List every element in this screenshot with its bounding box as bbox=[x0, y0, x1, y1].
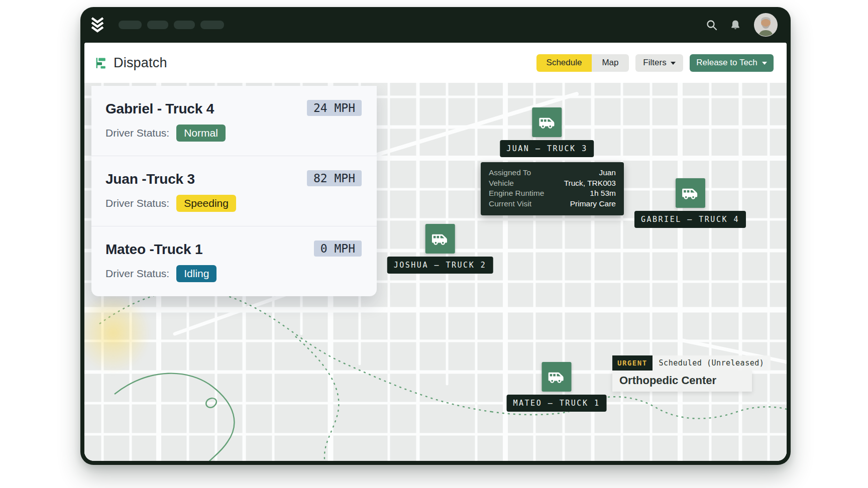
speed-badge: 0 MPH bbox=[314, 240, 362, 257]
truck-marker-juan[interactable]: JUAN – TRUCK 3 bbox=[500, 107, 594, 157]
map-canvas[interactable]: Gabriel - Truck 4 24 MPH Driver Status: … bbox=[84, 83, 787, 461]
driver-name: Gabriel - Truck 4 bbox=[105, 101, 214, 117]
driver-card-mateo[interactable]: Mateo -Truck 1 0 MPH Driver Status: Idli… bbox=[91, 226, 377, 296]
driver-name: Mateo -Truck 1 bbox=[105, 241, 202, 258]
truck-icon bbox=[676, 178, 705, 208]
user-avatar[interactable] bbox=[754, 13, 778, 37]
status-badge-speeding: Speeding bbox=[176, 195, 236, 212]
truck-icon bbox=[532, 107, 562, 137]
schedule-status-text: Scheduled (Unreleased) bbox=[653, 355, 771, 371]
status-badge-idling: Idling bbox=[176, 265, 216, 282]
nav-placeholder-item[interactable] bbox=[174, 21, 195, 29]
page-header: Dispatch Schedule Map Filters Release to… bbox=[84, 43, 787, 83]
header-actions: Schedule Map Filters Release to Tech bbox=[536, 54, 774, 72]
truck-marker-gabriel[interactable]: GABRIEL – TRUCK 4 bbox=[634, 178, 746, 228]
chevron-down-icon bbox=[762, 62, 767, 65]
window-body: Dispatch Schedule Map Filters Release to… bbox=[84, 43, 787, 461]
dispatch-gantt-icon bbox=[95, 57, 108, 69]
truck-icon bbox=[542, 362, 572, 392]
filters-button[interactable]: Filters bbox=[635, 54, 683, 72]
page-title-wrap: Dispatch bbox=[95, 55, 167, 71]
speed-badge: 82 MPH bbox=[307, 170, 362, 186]
view-toggle: Schedule Map bbox=[536, 54, 629, 72]
bell-icon[interactable] bbox=[728, 18, 742, 32]
tooltip-row: Engine Runtime 1h 53m bbox=[489, 188, 616, 199]
top-navigation-bar bbox=[80, 7, 791, 43]
tooltip-label: Assigned To bbox=[489, 168, 531, 178]
urgent-badge: URGENT bbox=[612, 355, 653, 371]
triple-chevron-icon bbox=[90, 17, 104, 33]
driver-status-label: Driver Status: bbox=[105, 268, 169, 280]
tooltip-row: Vehicle Truck, TRK003 bbox=[489, 178, 616, 189]
truck-marker-label: JUAN – TRUCK 3 bbox=[500, 140, 594, 157]
driver-name: Juan -Truck 3 bbox=[105, 171, 195, 187]
truck-marker-label: MATEO – TRUCK 1 bbox=[507, 395, 607, 412]
filters-label: Filters bbox=[643, 58, 666, 68]
driver-card-gabriel[interactable]: Gabriel - Truck 4 24 MPH Driver Status: … bbox=[91, 86, 377, 156]
truck-marker-label: GABRIEL – TRUCK 4 bbox=[634, 211, 746, 228]
tooltip-value: Juan bbox=[599, 168, 616, 178]
chevron-down-icon bbox=[671, 62, 676, 65]
status-badge-normal: Normal bbox=[176, 125, 226, 142]
topbar-right-controls bbox=[705, 13, 778, 37]
driver-status-label: Driver Status: bbox=[105, 127, 169, 139]
tooltip-row: Current Visit Primary Care bbox=[489, 199, 616, 209]
nav-placeholder-item[interactable] bbox=[119, 21, 142, 29]
tab-map[interactable]: Map bbox=[592, 54, 629, 72]
tooltip-label: Vehicle bbox=[489, 178, 514, 189]
nav-placeholder-item[interactable] bbox=[147, 21, 168, 29]
app-logo-chevrons[interactable] bbox=[90, 17, 105, 34]
tooltip-value: Truck, TRK003 bbox=[564, 178, 616, 189]
app-window: Dispatch Schedule Map Filters Release to… bbox=[80, 7, 791, 465]
vehicle-tooltip: Assigned To Juan Vehicle Truck, TRK003 E… bbox=[481, 162, 624, 215]
driver-card-juan[interactable]: Juan -Truck 3 82 MPH Driver Status: Spee… bbox=[91, 156, 377, 226]
truck-icon bbox=[425, 224, 455, 254]
nav-placeholder-item[interactable] bbox=[200, 21, 224, 29]
nav-placeholder-group bbox=[119, 21, 224, 29]
truck-marker-mateo[interactable]: MATEO – TRUCK 1 bbox=[507, 362, 607, 412]
search-icon[interactable] bbox=[705, 18, 719, 32]
truck-marker-joshua[interactable]: JOSHUA – TRUCK 2 bbox=[387, 224, 493, 274]
tooltip-label: Current Visit bbox=[489, 199, 531, 209]
tooltip-row: Assigned To Juan bbox=[489, 168, 616, 178]
tooltip-value: 1h 53m bbox=[590, 188, 616, 199]
tooltip-value: Primary Care bbox=[570, 199, 616, 209]
driver-status-panel: Gabriel - Truck 4 24 MPH Driver Status: … bbox=[91, 86, 377, 296]
speed-badge: 24 MPH bbox=[307, 100, 362, 116]
urgent-location-callout[interactable]: URGENT Scheduled (Unreleased) Orthopedic… bbox=[612, 355, 771, 392]
location-name-card[interactable]: Orthopedic Center bbox=[612, 371, 752, 392]
release-label: Release to Tech bbox=[696, 58, 757, 68]
driver-status-label: Driver Status: bbox=[105, 197, 169, 209]
desktop: Dispatch Schedule Map Filters Release to… bbox=[0, 0, 868, 488]
tab-schedule[interactable]: Schedule bbox=[536, 54, 592, 72]
tooltip-label: Engine Runtime bbox=[489, 188, 544, 199]
page-title: Dispatch bbox=[114, 55, 167, 71]
release-to-tech-button[interactable]: Release to Tech bbox=[690, 54, 774, 72]
truck-marker-label: JOSHUA – TRUCK 2 bbox=[387, 257, 493, 274]
